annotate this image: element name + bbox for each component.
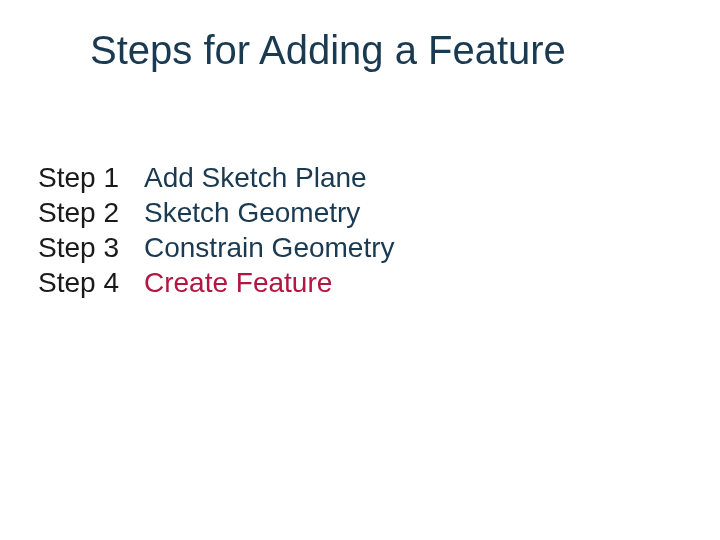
list-item: Step 2 Sketch Geometry xyxy=(38,195,395,230)
page-title: Steps for Adding a Feature xyxy=(90,28,566,73)
step-description: Sketch Geometry xyxy=(144,195,360,230)
step-label: Step 2 xyxy=(38,195,144,230)
step-label: Step 4 xyxy=(38,265,144,300)
list-item: Step 4 Create Feature xyxy=(38,265,395,300)
step-label: Step 3 xyxy=(38,230,144,265)
steps-list: Step 1 Add Sketch Plane Step 2 Sketch Ge… xyxy=(38,160,395,300)
step-label: Step 1 xyxy=(38,160,144,195)
step-description: Add Sketch Plane xyxy=(144,160,367,195)
step-description: Constrain Geometry xyxy=(144,230,395,265)
step-description: Create Feature xyxy=(144,265,332,300)
list-item: Step 1 Add Sketch Plane xyxy=(38,160,395,195)
list-item: Step 3 Constrain Geometry xyxy=(38,230,395,265)
